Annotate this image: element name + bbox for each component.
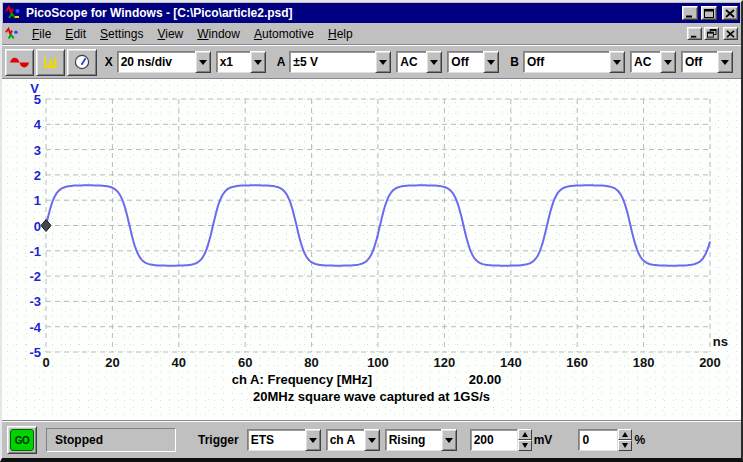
trigger-threshold-field[interactable] [470,429,518,451]
timebase-multiplier-select[interactable]: x1 [216,51,266,73]
spectrum-bars-icon [41,55,61,70]
dropdown-arrow-icon[interactable] [195,51,211,73]
channel-a-coupling-value: AC [396,51,426,73]
timebase-value: 20 ns/div [117,51,195,73]
channel-b-coupling-value: AC [630,51,660,73]
x-tick-label: 140 [500,355,522,370]
y-tick-label: -3 [29,294,41,309]
menu-item-window[interactable]: Window [190,25,247,43]
toolbar: X 20 ns/div x1 A ±5 V AC Off B Off AC [2,46,741,78]
y-tick-label: -2 [29,269,41,284]
close-icon [726,30,735,38]
statusbar: GO Stopped Trigger ETS ch A Rising mV [2,422,741,458]
channel-b-range-value: Off [523,51,609,73]
menu-item-edit[interactable]: Edit [58,25,93,43]
sine-wave-icon [9,55,31,70]
measurement-label: ch A: Frequency [MHz] [152,372,452,387]
x-tick-label: 160 [566,355,588,370]
spin-up-button[interactable] [618,429,632,440]
x-tick-label: 20 [105,355,119,370]
close-button[interactable] [722,6,738,20]
channel-b-coupling-select[interactable]: AC [630,51,676,73]
x-axis-unit-label: ns [713,334,728,349]
trigger-delay-field[interactable] [578,429,618,451]
x-tick-label: 0 [42,355,49,370]
dropdown-arrow-icon[interactable] [364,429,380,451]
channel-a-coupling-select[interactable]: AC [396,51,442,73]
mdi-restore-button[interactable] [704,27,719,40]
window-title: PicoScope for Windows - [C:\Pico\article… [26,6,679,20]
status-text: Stopped [55,433,103,447]
menu-item-help[interactable]: Help [321,25,360,43]
y-tick-label: 3 [34,143,41,158]
y-tick-label: 4 [34,117,42,132]
channel-b-option-select[interactable]: Off [681,51,733,73]
dropdown-arrow-icon[interactable] [375,51,391,73]
document-icon [5,26,21,42]
dropdown-arrow-icon[interactable] [441,429,457,451]
menu-item-settings[interactable]: Settings [93,25,150,43]
status-field: Stopped [46,428,176,452]
restore-icon [707,29,717,38]
dropdown-arrow-icon[interactable] [250,51,266,73]
minimize-button[interactable] [682,6,698,20]
trigger-delay-spinner[interactable] [578,429,632,451]
x-tick-label: 180 [633,355,655,370]
go-button[interactable]: GO [7,426,37,454]
menubar: FileEditSettingsViewWindowAutomotiveHelp [2,23,741,44]
y-tick-label: -4 [29,320,41,335]
dropdown-arrow-icon[interactable] [426,51,442,73]
scope-view-button[interactable] [5,49,34,76]
mdi-close-button[interactable] [723,27,738,40]
menu: FileEditSettingsViewWindowAutomotiveHelp [25,23,685,44]
meter-view-button[interactable] [67,49,96,76]
multiplier-value: x1 [216,51,250,73]
menu-item-view[interactable]: View [150,25,190,43]
trigger-marker[interactable] [41,220,51,232]
trigger-direction-select[interactable]: Rising [385,429,457,451]
channel-b-label: B [510,55,519,69]
titlebar[interactable]: PicoScope for Windows - [C:\Pico\article… [3,3,740,23]
channel-a-range-value: ±5 V [289,51,375,73]
spin-down-button[interactable] [618,440,632,451]
dropdown-arrow-icon[interactable] [609,51,625,73]
y-tick-label: 0 [34,219,41,234]
spin-up-button[interactable] [518,429,532,440]
channel-b-option-value: Off [681,51,717,73]
threshold-unit-label: mV [534,433,553,447]
menu-item-automotive[interactable]: Automotive [247,25,321,43]
channel-b-range-select[interactable]: Off [523,51,625,73]
trigger-mode-select[interactable]: ETS [247,429,321,451]
x-tick-label: 40 [172,355,186,370]
maximize-icon [704,9,714,18]
picoscope-window: PicoScope for Windows - [C:\Pico\article… [0,0,743,462]
meter-dial-icon [73,54,91,70]
spin-down-button[interactable] [518,440,532,451]
trigger-threshold-spinner[interactable] [470,429,532,451]
spectrum-view-button[interactable] [36,49,65,76]
dropdown-arrow-icon[interactable] [483,51,499,73]
maximize-button[interactable] [701,6,717,20]
y-tick-label: -1 [29,244,41,259]
x-axis-label: X [105,55,113,69]
channel-a-range-select[interactable]: ±5 V [289,51,391,73]
timebase-select[interactable]: 20 ns/div [117,51,211,73]
minimize-icon [685,9,695,18]
menu-item-file[interactable]: File [25,25,58,43]
waveform-plot: 020406080100120140160180200543210-1-2-3-… [2,80,741,376]
dropdown-arrow-icon[interactable] [660,51,676,73]
dropdown-arrow-icon[interactable] [717,51,733,73]
dropdown-arrow-icon[interactable] [305,429,321,451]
x-tick-label: 80 [304,355,318,370]
channel-a-option-select[interactable]: Off [447,51,499,73]
arrow-up-icon [622,432,628,437]
trigger-source-select[interactable]: ch A [326,429,380,451]
app-icon [5,5,21,21]
close-icon [725,9,735,18]
mdi-minimize-button[interactable] [687,27,702,40]
caption: 20MHz square wave captured at 1GS/s [2,389,741,404]
scope-display: 020406080100120140160180200543210-1-2-3-… [2,80,741,420]
x-tick-label: 200 [699,355,721,370]
minimize-icon [690,30,699,38]
trigger-label: Trigger [198,433,239,447]
